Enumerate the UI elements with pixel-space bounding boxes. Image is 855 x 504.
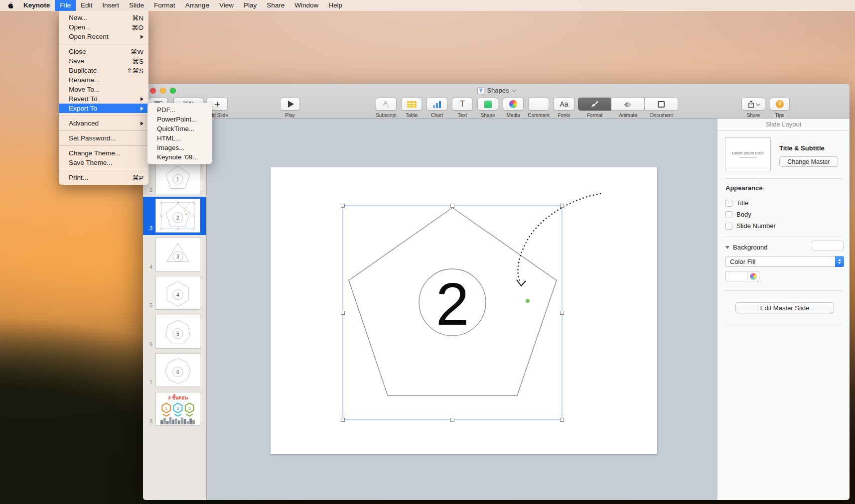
file-menu-item-open-recent[interactable]: Open Recent — [59, 32, 148, 41]
menubar-app-name[interactable]: Keynote — [18, 0, 55, 11]
share-button[interactable] — [741, 98, 765, 111]
file-menu-item-save[interactable]: Save⌘S — [59, 56, 148, 66]
text-button[interactable]: T — [452, 98, 473, 111]
subscript-button[interactable]: A₁ — [376, 98, 397, 111]
toolbar-button-label: Table — [406, 113, 418, 118]
slide-thumbnail-6[interactable]: 5 — [155, 315, 200, 349]
slide-thumbnail-5[interactable]: 4 — [155, 276, 200, 310]
select-stepper[interactable] — [835, 256, 844, 267]
slide-number: 3 — [147, 225, 155, 231]
fonts-button[interactable]: Aa — [554, 98, 574, 111]
share-chevron-icon — [756, 102, 760, 106]
play-button[interactable] — [280, 98, 300, 111]
file-menu-item-move-to[interactable]: Move To... — [59, 85, 148, 94]
file-menu-item-change-theme[interactable]: Change Theme... — [59, 148, 148, 158]
file-menu-item-duplicate[interactable]: Duplicate⇧⌘S — [59, 66, 148, 75]
slide-thumbnail-2[interactable]: 1 — [155, 160, 200, 194]
file-menu-item-advanced[interactable]: Advanced — [59, 119, 148, 128]
apple-menu[interactable] — [7, 2, 13, 9]
file-menu-item-export-to[interactable]: Export To — [59, 104, 148, 113]
file-menu-item-rename[interactable]: Rename... — [59, 75, 148, 85]
menubar-menu-format[interactable]: Format — [149, 0, 180, 11]
subscript-toolbar-item: A₁Subscript — [376, 98, 397, 118]
table-button[interactable] — [401, 98, 422, 111]
slide-thumbnail-3[interactable]: 2 — [155, 199, 200, 233]
menu-item-label: Advanced — [69, 120, 137, 127]
menu-item-label: Set Password... — [69, 134, 143, 142]
media-button[interactable] — [503, 98, 524, 111]
menubar-menu-file[interactable]: File — [55, 0, 76, 11]
shape-button[interactable] — [477, 98, 498, 111]
background-preview-swatch[interactable] — [812, 241, 844, 251]
slide-row-5[interactable]: 54 — [143, 274, 206, 313]
green-connection-dot[interactable] — [526, 299, 530, 303]
file-menu-item-close[interactable]: Close⌘W — [59, 47, 148, 56]
title-chevron-icon[interactable] — [512, 87, 517, 92]
edit-master-slide-button[interactable]: Edit Master Slide — [735, 302, 834, 313]
master-slide-thumbnail[interactable]: Lorem Ipsum Dolor — [725, 137, 771, 171]
menubar-menu-window[interactable]: Window — [289, 0, 323, 11]
menu-item-shortcut: ⌘O — [132, 23, 143, 31]
slide-thumbnail-7[interactable]: 6 — [155, 353, 200, 387]
menu-item-label: Export To — [69, 105, 137, 112]
slide-row-7[interactable]: 76 — [143, 351, 206, 390]
format-button[interactable] — [578, 98, 611, 111]
background-row[interactable]: Background — [725, 244, 767, 251]
menubar-menu-share[interactable]: Share — [262, 0, 289, 11]
file-menu-item-set-password[interactable]: Set Password... — [59, 133, 148, 143]
export-option-keynote-09[interactable]: Keynote ’09... — [147, 152, 212, 162]
divider — [724, 178, 843, 179]
comment-button[interactable] — [528, 98, 549, 111]
menubar-menu-slide[interactable]: Slide — [124, 0, 149, 11]
file-menu-item-open[interactable]: Open...⌘O — [59, 22, 148, 32]
color-swatch[interactable] — [725, 271, 747, 281]
checkbox-title[interactable] — [725, 200, 732, 207]
slide-row-4[interactable]: 43 — [143, 235, 206, 274]
appearance-option-body: Body — [725, 209, 776, 220]
appearance-option-title: Title — [725, 197, 776, 209]
slide-thumbnail-8[interactable]: 3 ขั้นตอน123 — [155, 392, 200, 426]
menubar-menu-insert[interactable]: Insert — [97, 0, 124, 11]
export-to-submenu: PDF...PowerPoint...QuickTime...HTML...Im… — [147, 103, 212, 164]
checkbox-slide-number[interactable] — [725, 223, 732, 230]
menubar-menu-arrange[interactable]: Arrange — [180, 0, 214, 11]
chart-button[interactable] — [427, 98, 447, 111]
slide-row-6[interactable]: 65 — [143, 312, 206, 351]
shape-icon — [484, 101, 492, 108]
fill-type-select[interactable]: Color Fill — [725, 256, 844, 267]
slide-row-8[interactable]: 83 ขั้นตอน123 — [143, 389, 206, 428]
export-option-powerpoint[interactable]: PowerPoint... — [147, 115, 212, 124]
file-menu-item-revert-to[interactable]: Revert To — [59, 94, 148, 104]
keynote-window: Shapes 75% + Add Slide Play — [143, 84, 850, 500]
menubar-menu-help[interactable]: Help — [323, 0, 347, 11]
document-button[interactable] — [645, 98, 678, 111]
file-menu-item-print[interactable]: Print...⌘P — [59, 173, 148, 182]
file-menu-item-new[interactable]: New...⌘N — [59, 13, 148, 22]
slide-thumbnail-4[interactable]: 3 — [155, 238, 200, 271]
slide-row-3[interactable]: 32 — [143, 197, 206, 236]
checkbox-body[interactable] — [725, 211, 732, 218]
disclosure-triangle-icon[interactable] — [725, 246, 729, 249]
submenu-arrow-icon — [141, 107, 143, 111]
menu-divider — [59, 170, 148, 170]
media-icon — [509, 100, 517, 108]
menu-divider — [59, 116, 148, 116]
change-master-button[interactable]: Change Master — [779, 156, 838, 167]
menubar-menu-edit[interactable]: Edit — [76, 0, 97, 11]
export-option-quicktime[interactable]: QuickTime... — [147, 124, 212, 133]
export-option-images[interactable]: Images... — [147, 143, 212, 152]
slide-number: 7 — [147, 379, 155, 385]
svg-text:6: 6 — [176, 369, 179, 375]
tips-button[interactable]: ? — [770, 98, 790, 111]
file-menu-item-save-theme[interactable]: Save Theme... — [59, 158, 148, 167]
export-option-html[interactable]: HTML... — [147, 133, 212, 143]
animate-button[interactable]: ◆◆ — [611, 98, 645, 111]
color-wheel-button[interactable] — [747, 271, 759, 281]
menubar-menu-view[interactable]: View — [214, 0, 239, 11]
comment-icon — [535, 101, 543, 108]
background-label: Background — [733, 244, 767, 251]
shape-number-text[interactable]: 2 — [436, 270, 469, 337]
menubar-menu-play[interactable]: Play — [239, 0, 262, 11]
menu-item-shortcut: ⌘P — [132, 174, 143, 182]
export-option-pdf[interactable]: PDF... — [147, 105, 212, 115]
